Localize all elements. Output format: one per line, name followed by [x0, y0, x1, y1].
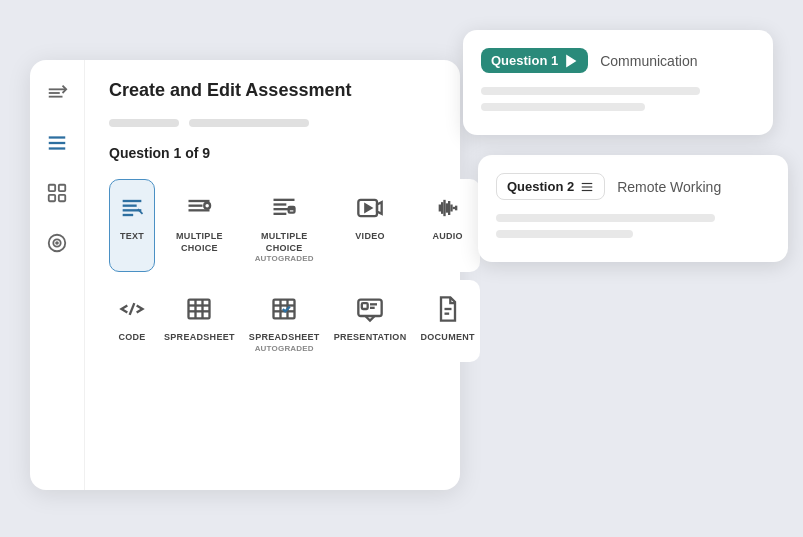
spreadsheet-auto-sublabel: AUTOGRADED: [255, 344, 314, 353]
question-type-grid: TEXT MULTIPLE CHOICE: [109, 179, 436, 362]
spreadsheet-auto-icon: [266, 291, 302, 327]
text-label: TEXT: [120, 231, 144, 243]
type-multiple-choice-autograded[interactable]: MULTIPLE CHOICE AUTOGRADED: [244, 179, 325, 272]
card-q2-header: Question 2 Remote Working: [496, 173, 770, 200]
text-icon: [114, 190, 150, 226]
multiple-choice-auto-label: MULTIPLE CHOICE: [249, 231, 320, 254]
multiple-choice-label: MULTIPLE CHOICE: [164, 231, 235, 254]
page-title: Create and Edit Assessment: [109, 80, 436, 101]
presentation-label: PRESENTATION: [334, 332, 407, 344]
question-2-label: Question 2: [507, 179, 574, 194]
document-icon: [430, 291, 466, 327]
list-icon[interactable]: [42, 128, 72, 158]
type-presentation[interactable]: PRESENTATION: [329, 280, 412, 362]
type-audio[interactable]: AUDIO: [415, 179, 479, 272]
document-label: DOCUMENT: [420, 332, 474, 344]
audio-icon: [430, 190, 466, 226]
svg-marker-27: [377, 202, 382, 214]
svg-rect-40: [189, 300, 210, 319]
card-q1-line-1: [481, 87, 700, 95]
svg-rect-9: [59, 195, 65, 201]
type-text[interactable]: TEXT: [109, 179, 155, 272]
svg-marker-56: [567, 55, 575, 66]
type-spreadsheet[interactable]: SPREADSHEET: [159, 280, 240, 362]
type-multiple-choice[interactable]: MULTIPLE CHOICE: [159, 179, 240, 272]
progress-bar-short: [109, 119, 179, 127]
type-spreadsheet-autograded[interactable]: SPREADSHEET AUTOGRADED: [244, 280, 325, 362]
multiple-choice-auto-icon: [266, 190, 302, 226]
spreadsheet-label: SPREADSHEET: [164, 332, 235, 344]
svg-line-39: [130, 304, 135, 316]
spreadsheet-icon: [181, 291, 217, 327]
video-icon: [352, 190, 388, 226]
card-question-2: Question 2 Remote Working: [478, 155, 788, 262]
multiple-choice-icon: [181, 190, 217, 226]
content-area: Create and Edit Assessment Question 1 of…: [85, 60, 460, 382]
list-lines-icon: [580, 180, 594, 194]
svg-rect-51: [362, 304, 368, 310]
svg-marker-28: [365, 205, 371, 212]
svg-rect-8: [49, 195, 55, 201]
multiple-choice-auto-sublabel: AUTOGRADED: [255, 254, 314, 263]
progress-area: [109, 119, 436, 127]
code-label: CODE: [118, 332, 145, 344]
play-icon: [564, 54, 578, 68]
question-1-badge: Question 1: [481, 48, 588, 73]
svg-point-20: [205, 203, 211, 209]
question-2-topic: Remote Working: [617, 179, 721, 195]
svg-rect-7: [59, 185, 65, 191]
target-icon[interactable]: [42, 228, 72, 258]
audio-label: AUDIO: [432, 231, 463, 243]
sidebar: [30, 60, 85, 490]
presentation-icon: [352, 291, 388, 327]
svg-rect-6: [49, 185, 55, 191]
card-q1-line-2: [481, 103, 645, 111]
svg-point-12: [56, 242, 58, 244]
card-q2-line-1: [496, 214, 715, 222]
grid-icon[interactable]: [42, 178, 72, 208]
question-counter: Question 1 of 9: [109, 145, 436, 161]
question-2-badge: Question 2: [496, 173, 605, 200]
progress-bar-long: [189, 119, 309, 127]
card-q1-header: Question 1 Communication: [481, 48, 755, 73]
card-question-1: Question 1 Communication: [463, 30, 773, 135]
card-q2-line-2: [496, 230, 633, 238]
question-1-topic: Communication: [600, 53, 697, 69]
main-panel: Create and Edit Assessment Question 1 of…: [30, 60, 460, 490]
type-video[interactable]: VIDEO: [329, 179, 412, 272]
sort-icon[interactable]: [42, 78, 72, 108]
code-icon: [114, 291, 150, 327]
spreadsheet-auto-label: SPREADSHEET: [249, 332, 320, 344]
type-document[interactable]: DOCUMENT: [415, 280, 479, 362]
video-label: VIDEO: [355, 231, 385, 243]
question-1-label: Question 1: [491, 53, 558, 68]
type-code[interactable]: CODE: [109, 280, 155, 362]
